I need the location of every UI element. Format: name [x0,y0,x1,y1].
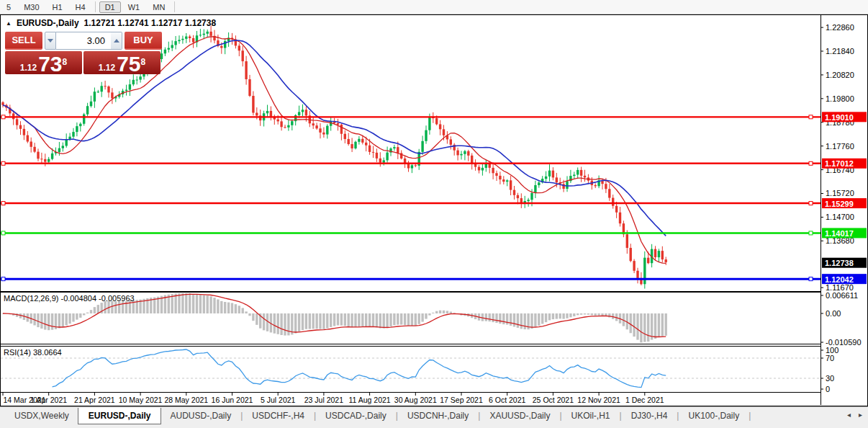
rsi-panel-canvas [1,349,820,388]
svg-text:30 Aug 2021: 30 Aug 2021 [394,396,437,404]
macd-indicator-label: MACD(12,26,9) -0.004804 -0.005963 [4,294,135,303]
svg-text:1.12738: 1.12738 [825,259,854,267]
svg-text:6 Oct 2021: 6 Oct 2021 [489,396,526,404]
svg-text:28 May 2021: 28 May 2021 [164,396,208,404]
one-click-trade-panel: SELL 3.00 BUY 1.12738 1.12758 [5,32,162,74]
chart-tab-usdcad-daily[interactable]: USDCAD-,Daily [317,409,395,423]
svg-text:1.12042: 1.12042 [825,275,854,284]
one-click-panel-toggle-icon[interactable]: ▲ [6,20,12,27]
chart-tab-audusd-daily[interactable]: AUDUSD-,Daily [161,409,240,423]
timeframe-button-m30[interactable]: M30 [18,1,45,13]
tab-separator: | [240,411,243,421]
tab-separator: | [677,411,679,421]
svg-text:1.20820: 1.20820 [826,71,854,79]
tab-separator: | [749,411,751,421]
buy-price-pip: 8 [141,51,146,73]
chart-symbol-label: EURUSD-,Daily [17,18,79,28]
sell-price-big: 73 [38,55,62,73]
chart-title: ▲ EURUSD-,Daily 1.12721 1.12741 1.12717 … [6,18,216,28]
svg-text:1.19010: 1.19010 [825,113,854,122]
svg-text:1.19800: 1.19800 [826,94,854,103]
chart-tab-ukoil-h1[interactable]: UKOil-,H1 [563,409,619,423]
horizontal-level-lines[interactable] [0,115,820,281]
tab-separator: | [314,411,316,421]
svg-text:11 Aug 2021: 11 Aug 2021 [348,396,390,404]
volume-increase-button[interactable] [111,32,122,50]
timeframe-button-h1[interactable]: H1 [47,1,68,13]
buy-button[interactable]: BUY [125,32,162,50]
volume-input[interactable]: 3.00 [56,32,111,50]
svg-text:0.006611: 0.006611 [826,291,858,300]
chevron-up-icon [114,39,119,43]
buy-price-big: 75 [117,55,140,73]
svg-text:30: 30 [826,374,834,383]
sell-price-pip: 8 [63,51,68,73]
svg-text:17 Sep 2021: 17 Sep 2021 [440,396,483,404]
rsi-indicator-label: RSI(14) 38.0664 [4,348,62,357]
timeframe-button-d1[interactable]: D1 [99,1,121,13]
timeframe-button-5[interactable]: 5 [1,1,17,13]
toolbar-separator [95,1,96,12]
svg-text:10 May 2021: 10 May 2021 [119,396,163,404]
price-level-labels: 1.190101.170121.152991.140171.120421.127… [822,112,867,284]
chart-tab-dj30-h4[interactable]: DJ30-,H4 [623,409,677,423]
timeframe-toolbar: 5M30H1H4D1W1MN [0,0,868,14]
chart-tabs-bar: USDX,WeeklyEURUSD-,DailyAUDUSD-,Daily|US… [0,406,868,428]
chart-ohlc-values: 1.12721 1.12741 1.12717 1.12738 [84,18,217,28]
svg-text:70: 70 [826,354,834,362]
timeframe-button-h4[interactable]: H4 [70,1,91,13]
tab-scroll-right-icon[interactable]: ▸ [859,411,862,419]
svg-text:0.00: 0.00 [826,309,841,318]
date-axis[interactable]: 14 Mar 20211 Apr 202121 Apr 202110 May 2… [3,393,664,404]
svg-text:25 Oct 2021: 25 Oct 2021 [533,396,574,404]
svg-text:1.17012: 1.17012 [825,159,854,168]
sell-button[interactable]: SELL [5,32,42,50]
tab-separator: | [559,411,561,421]
svg-text:1 Apr 2021: 1 Apr 2021 [30,396,67,404]
tab-separator: | [396,411,398,421]
toolbar-separator [174,1,175,12]
svg-text:1.14700: 1.14700 [826,213,854,221]
svg-text:16 Jun 2021: 16 Jun 2021 [212,396,253,404]
svg-text:23 Jul 2021: 23 Jul 2021 [304,396,343,404]
svg-text:5 Jul 2021: 5 Jul 2021 [261,396,296,404]
sell-price-button[interactable]: 1.12738 [5,51,82,74]
svg-text:0: 0 [826,385,830,393]
svg-text:1.21840: 1.21840 [826,47,854,55]
chevron-down-icon [48,39,53,43]
timeframe-button-w1[interactable]: W1 [122,1,146,13]
svg-text:1.17760: 1.17760 [826,142,854,151]
svg-text:1 Dec 2021: 1 Dec 2021 [625,396,664,404]
volume-decrease-button[interactable] [45,32,56,50]
tab-separator: | [478,411,480,421]
svg-text:1.22860: 1.22860 [826,23,854,32]
tab-separator: | [620,411,622,421]
chart-tab-usdx-weekly[interactable]: USDX,Weekly [6,409,78,423]
chart-tab-uk100-daily[interactable]: UK100-,Daily [679,409,748,423]
timeframe-button-mn[interactable]: MN [147,1,171,13]
sell-price-prefix: 1.12 [20,62,37,73]
chart-tabs: USDX,WeeklyEURUSD-,DailyAUDUSD-,Daily|US… [0,407,751,424]
chart-tab-xauusd-daily[interactable]: XAUUSD-,Daily [481,409,559,423]
svg-text:1.15720: 1.15720 [826,189,854,197]
chart-tab-usdchf-h4[interactable]: USDCHF-,H4 [243,409,313,423]
buy-price-button[interactable]: 1.12758 [83,51,161,74]
svg-text:21 Apr 2021: 21 Apr 2021 [74,396,115,404]
svg-text:1.15299: 1.15299 [825,200,854,208]
chart-tab-eurusd-daily[interactable]: EURUSD-,Daily [78,408,162,424]
svg-text:1.14017: 1.14017 [825,229,854,238]
tab-scroll-left-icon[interactable]: ◂ [847,411,851,419]
svg-text:12 Nov 2021: 12 Nov 2021 [577,396,620,404]
chart-tab-usdcnh-daily[interactable]: USDCNH-,Daily [399,409,477,423]
buy-price-prefix: 1.12 [99,62,115,73]
